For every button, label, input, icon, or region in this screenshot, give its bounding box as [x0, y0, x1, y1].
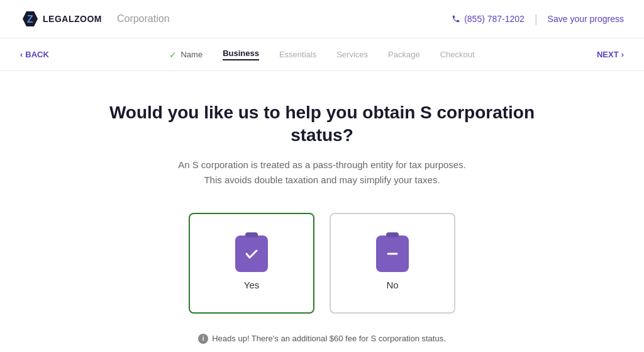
option-no[interactable]: No [330, 213, 455, 314]
next-chevron: › [621, 50, 624, 59]
stepper-nav: ‹ BACK ✓ Name Business Essentials Servic… [0, 38, 644, 71]
header-divider: | [535, 13, 538, 26]
no-icon [376, 236, 409, 272]
checkmark-icon [243, 245, 260, 263]
step-checkout[interactable]: Checkout [440, 50, 475, 59]
minus-icon [384, 245, 401, 263]
logo-icon: Z [20, 9, 40, 29]
step-name[interactable]: ✓ Name [169, 50, 203, 60]
options-group: Yes No [189, 213, 455, 314]
next-button[interactable]: NEXT › [597, 50, 624, 59]
info-note: i Heads up! There's an additional $60 fe… [198, 334, 446, 344]
option-yes[interactable]: Yes [189, 213, 314, 314]
step-essentials[interactable]: Essentials [279, 50, 316, 59]
header-right: (855) 787-1202 | Save your progress [452, 13, 624, 26]
svg-text:Z: Z [27, 14, 33, 25]
info-icon: i [198, 334, 208, 344]
step-business[interactable]: Business [223, 48, 259, 60]
phone-number[interactable]: (855) 787-1202 [452, 14, 525, 24]
main-description: An S corporation is treated as a pass-th… [178, 157, 466, 188]
logo-text: LEGALZOOM [43, 14, 102, 24]
page-header: Z LEGALZOOM Corporation (855) 787-1202 |… [0, 0, 644, 38]
step-services[interactable]: Services [336, 50, 368, 59]
check-icon: ✓ [169, 50, 177, 60]
save-progress-link[interactable]: Save your progress [548, 14, 624, 24]
back-chevron: ‹ [20, 50, 23, 59]
steps-list: ✓ Name Business Essentials Services Pack… [169, 48, 474, 60]
phone-icon [452, 14, 460, 23]
yes-label: Yes [244, 280, 259, 290]
main-question: Would you like us to help you obtain S c… [102, 101, 542, 147]
main-content: Would you like us to help you obtain S c… [0, 71, 644, 352]
page-title: Corporation [117, 13, 170, 25]
step-package[interactable]: Package [388, 50, 420, 59]
no-label: No [386, 280, 398, 290]
back-button[interactable]: ‹ BACK [20, 50, 49, 59]
yes-icon [235, 236, 268, 272]
header-left: Z LEGALZOOM Corporation [20, 9, 170, 29]
logo: Z LEGALZOOM [20, 9, 102, 29]
